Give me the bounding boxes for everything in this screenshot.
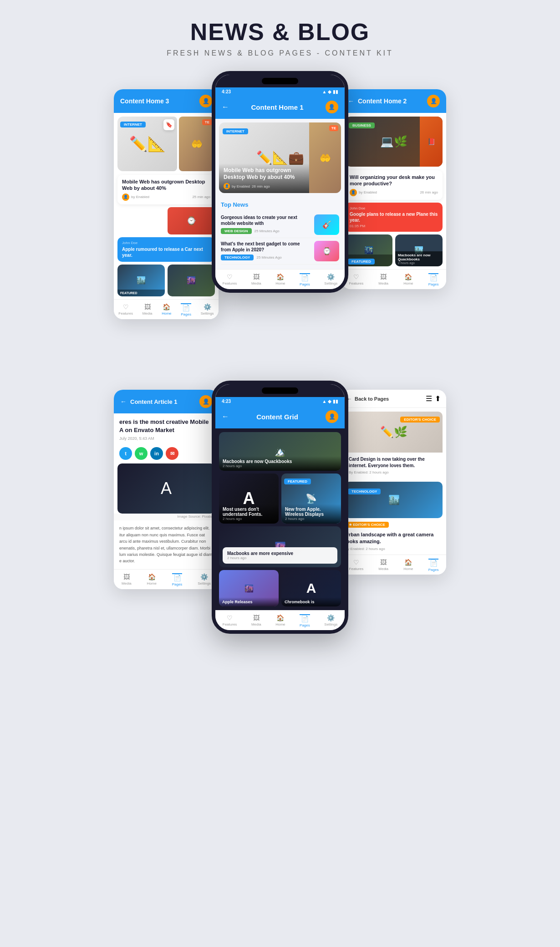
ch2-macbooks: Macbooks are now Quackbooks	[398, 253, 440, 261]
ca1-social-twitter[interactable]: t	[119, 447, 132, 460]
grid-card3-time: 2 hours ago	[285, 517, 337, 521]
grid-nav-features[interactable]: ♡ Features	[223, 614, 237, 627]
btp-menu-icon[interactable]: ☰	[426, 394, 432, 403]
ca1-social-row: t w in ✉	[114, 443, 219, 463]
grid-status-time: 4:23	[222, 399, 231, 404]
ch2-info-time: 01:35 PM	[350, 224, 438, 228]
ch3-time: 25 min ago	[192, 195, 210, 199]
ch2-nav-home[interactable]: 🏠 Home	[403, 273, 413, 286]
ch1-top-news: Top News Gorgeous ideas to create your n…	[215, 197, 345, 269]
ch2-author: by Enabled	[359, 190, 377, 194]
btp-nav-pages[interactable]: 📄 Pages	[428, 559, 439, 572]
btp-editors2-badge: ★ EDITOR'S CHOICE	[345, 522, 389, 528]
ch1-badge-internet: INTERNET	[223, 126, 248, 134]
news2-thumb: ⌚	[314, 241, 339, 261]
ch1-title: Content Home 1	[251, 103, 303, 111]
ch2-nav-media[interactable]: 🖼 Media	[378, 273, 388, 286]
ch2-nav-features[interactable]: ♡ Features	[349, 273, 364, 286]
btp-tech-card: 🏙️ TECHNOLOGY	[345, 482, 443, 518]
btp-editors-title: Card Design is now taking over the inter…	[349, 456, 439, 469]
ch2-badge-business: BUSINESS	[349, 122, 375, 128]
ca1-social-email[interactable]: ✉	[166, 447, 178, 460]
news-item-1: Gorgeous ideas to create your next mobil…	[221, 212, 339, 238]
ch1-nav-features[interactable]: ♡ Features	[223, 273, 237, 286]
ch1-hero: ✏️📐💼 INTERNET 🔖 🤲 TE Mobile Web has outg…	[219, 122, 341, 193]
grid-content: 🏔️ Macbooks are now Quackbooks 2 hours a…	[215, 428, 345, 610]
grid-card2-title: Most users don't understand Fonts.	[223, 507, 275, 517]
btp-header: ← Back to Pages ☰ ⬆	[341, 390, 446, 408]
ca1-nav-pages[interactable]: 📄 Pages	[172, 573, 183, 586]
ch3-hero: ✏️📐 INTERNET 🔖 🤲 TE	[117, 117, 215, 171]
status-time: 4:23	[222, 89, 231, 94]
ca1-social-whatsapp[interactable]: w	[135, 447, 148, 460]
news2-text: What's the next best gadget to come from…	[221, 241, 311, 260]
ch3-nav-home[interactable]: 🏠 Home	[162, 303, 171, 316]
news2-time: 25 Minutes Ago	[256, 255, 281, 260]
btp-share-icon[interactable]: ⬆	[435, 394, 441, 403]
content-home-2-panel: ← Content Home 2 👤 💻🌿 BUSINESS 🔖 📕 Will …	[341, 89, 446, 289]
phone-status-bar: 4:23 ▲ ◆ ▮▮	[215, 87, 345, 96]
ch1-nav-settings[interactable]: ⚙️ Settings	[324, 273, 337, 286]
ch3-nav-settings[interactable]: ⚙️ Settings	[201, 303, 214, 316]
ch3-nav-pages[interactable]: 📄 Pages	[181, 303, 191, 316]
ch1-nav-home[interactable]: 🏠 Home	[275, 273, 285, 286]
ca1-bottom-nav: 🖼 Media 🏠 Home 📄 Pages ⚙️ Settings	[114, 569, 219, 589]
ch3-nav-features[interactable]: ♡ Features	[118, 303, 133, 316]
ch3-pair-left	[117, 207, 165, 234]
grid-header: ← Content Grid 👤	[215, 406, 345, 428]
ca1-lorem: n ipsum dolor sit amet, consectetur adip…	[114, 520, 219, 569]
ch1-content: ✏️📐💼 INTERNET 🔖 🤲 TE Mobile Web has outg…	[215, 119, 345, 269]
news1-badge: WEB DESIGN	[221, 228, 252, 234]
ch2-article-title: Will organizing your desk make you more …	[350, 174, 438, 187]
grid-nav-media[interactable]: 🖼 Media	[251, 614, 261, 627]
grid-nav-home[interactable]: 🏠 Home	[275, 614, 285, 627]
ca1-back[interactable]: ←	[120, 398, 127, 405]
ca1-nav-settings[interactable]: ⚙️ Settings	[198, 573, 211, 586]
grid-card-2: A Most users don't understand Fonts. 2 h…	[219, 474, 279, 524]
grid-card-5: 🌆 Apple Releases	[219, 570, 279, 606]
phone-notch-pill	[262, 78, 298, 84]
grid-card5-title: Apple Releases	[222, 600, 275, 604]
ch1-nav-media[interactable]: 🖼 Media	[251, 273, 261, 286]
ch3-info-title: Apple rumoured to release a Car next yea…	[122, 246, 210, 258]
ch1-bottom-nav: ♡ Features 🖼 Media 🏠 Home 📄 Pages ⚙️	[215, 269, 345, 289]
ch3-nav-media[interactable]: 🖼 Media	[143, 303, 153, 316]
btp-nav-media[interactable]: 🖼 Media	[378, 559, 388, 572]
ch2-article: Will organizing your desk make you more …	[345, 170, 443, 200]
btp-editors2-badge-row: ★ EDITOR'S CHOICE	[345, 522, 443, 528]
grid-nav-pages[interactable]: 📄 Pages	[300, 614, 310, 627]
ca1-nav-home[interactable]: 🏠 Home	[147, 573, 157, 586]
ch2-meta: 👤 by Enabled 26 min ago	[350, 189, 438, 196]
btp-nav-features[interactable]: ♡ Features	[349, 559, 364, 572]
btp-nav-home[interactable]: 🏠 Home	[403, 559, 413, 572]
ch2-title: Content Home 2	[358, 97, 407, 105]
grid-back[interactable]: ←	[222, 412, 229, 421]
ch2-time: 26 min ago	[420, 190, 438, 194]
ch1-avatar: 👤	[326, 101, 338, 113]
btp-tech-img: 🏙️ TECHNOLOGY	[345, 482, 443, 518]
ch1-nav-pages[interactable]: 📄 Pages	[300, 273, 310, 286]
btp-title: Back to Pages	[355, 396, 389, 402]
content-article-1-panel: ← Content Article 1 👤 eres is the most c…	[114, 390, 219, 589]
ca1-nav-media[interactable]: 🖼 Media	[122, 573, 132, 586]
ch3-bookmark[interactable]: 🔖	[163, 119, 174, 130]
grid-card-3: 📡 FEATURED New from Apple. Wireless Disp…	[281, 474, 341, 524]
ch3-author-avatar: 👤	[122, 193, 129, 201]
ch2-mini-2: 🏙️ Macbooks are now Quackbooks 2 hours a…	[395, 234, 443, 266]
news2-badge: TECHNOLOGY	[221, 255, 254, 260]
ca1-social-linkedin[interactable]: in	[150, 447, 163, 460]
ch3-info-card: John Doe Apple rumoured to release a Car…	[117, 237, 215, 262]
ch2-nav-pages[interactable]: 📄 Pages	[428, 273, 439, 286]
grid-nav-settings[interactable]: ⚙️ Settings	[324, 614, 337, 627]
ch1-author: by Enabled	[232, 184, 250, 188]
ch3-info-author: John Doe	[122, 241, 210, 245]
ch1-back-arrow[interactable]: ←	[222, 103, 229, 111]
ch3-bottom-nav: ♡ Features 🖼 Media 🏠 Home 📄 Pages ⚙️	[114, 299, 219, 319]
ch2-info-title: Google plans to release a new Plane this…	[350, 211, 438, 223]
news2-meta: TECHNOLOGY 25 Minutes Ago	[221, 255, 311, 260]
ch1-hero-time: 26 min ago	[252, 184, 270, 188]
ch2-back-arrow[interactable]: ←	[348, 97, 354, 105]
btp-editors-card: ✏️🌿 EDITOR'S CHOICE Card Design is now t…	[345, 412, 443, 478]
ca1-avatar: 👤	[199, 395, 212, 408]
news1-meta: WEB DESIGN 25 Minutes Ago	[221, 228, 311, 234]
